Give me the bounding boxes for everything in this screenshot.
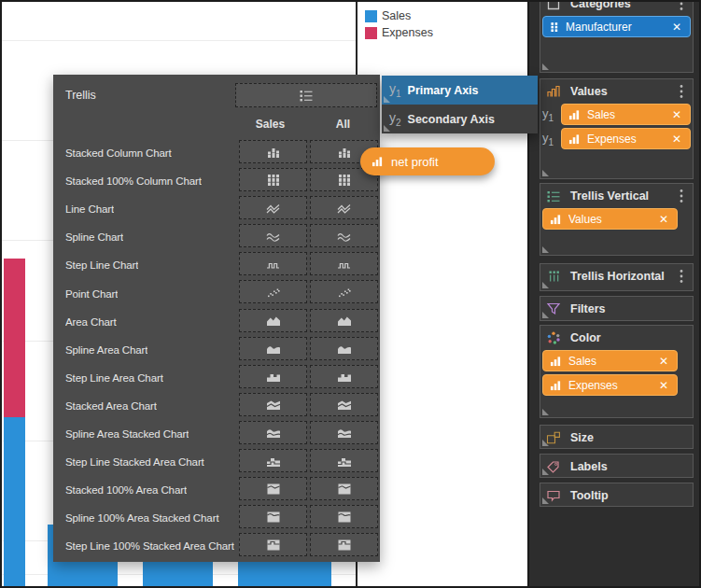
field-chip-sales[interactable]: Sales✕ <box>561 104 691 125</box>
section-trellis-vertical[interactable]: Trellis VerticalValues✕ <box>540 183 694 256</box>
chart-type-row-step-line-100-stacked-area-chart: Step Line 100% Stacked Area Chart <box>53 532 380 560</box>
close-icon[interactable]: ✕ <box>657 379 670 392</box>
stacked-100-area-icon <box>266 483 281 496</box>
field-wells-sidebar: CategoriesManufacturer✕Valuesy1Sales✕y1E… <box>527 2 699 586</box>
chart-type-cell-sales[interactable] <box>239 477 307 500</box>
chart-type-label: Step Line Stacked Area Chart <box>65 456 204 468</box>
close-icon[interactable]: ✕ <box>670 133 683 146</box>
chart-type-cell-all[interactable] <box>310 505 378 528</box>
field-chip-label: Sales <box>587 108 670 121</box>
section-values[interactable]: Valuesy1Sales✕y1Expenses✕ <box>540 78 694 179</box>
step-line-icon <box>266 258 281 271</box>
color-dots-icon <box>546 331 561 344</box>
y2-icon: y2 <box>389 110 401 128</box>
chart-type-cell-sales[interactable] <box>239 337 307 360</box>
legend-item-expenses: Expenses <box>365 26 433 39</box>
chart-type-row-spline-area-stacked-chart: Spline Area Stacked Chart <box>53 420 380 448</box>
chip-row: Manufacturer✕ <box>542 16 691 37</box>
kebab-icon <box>680 269 683 284</box>
menu-column-headers: Sales All <box>53 109 380 139</box>
trellis-label: Trellis <box>65 89 96 102</box>
section-title: Values <box>570 85 676 98</box>
field-chip-label: Expenses <box>587 133 670 146</box>
legend-swatch <box>365 10 377 22</box>
step-line-100-stacked-area-icon <box>266 539 281 552</box>
chart-type-cell-all[interactable] <box>310 365 378 388</box>
chart-type-row-stacked-100-column-chart: Stacked 100% Column Chart <box>53 167 380 195</box>
chart-type-cells <box>239 421 378 444</box>
section-menu-kebab-icon[interactable] <box>676 188 687 204</box>
chart-type-cell-all[interactable] <box>310 533 378 556</box>
section-menu-kebab-icon[interactable] <box>676 2 687 12</box>
chart-type-cell-sales[interactable] <box>239 393 307 416</box>
close-icon[interactable]: ✕ <box>670 21 683 34</box>
section-menu-kebab-icon[interactable] <box>676 83 687 100</box>
chart-type-cell-sales[interactable] <box>239 252 307 275</box>
size-icon <box>546 431 561 444</box>
chart-type-cell-sales[interactable] <box>239 224 307 247</box>
chart-type-cell-all[interactable] <box>310 252 378 275</box>
chart-type-cell-sales[interactable] <box>239 533 307 556</box>
close-icon[interactable]: ✕ <box>657 213 670 226</box>
category-icon <box>546 2 561 10</box>
spline-stacked-area-icon <box>266 426 281 439</box>
expenses-bar-segment <box>4 259 25 417</box>
chip-row: y1Expenses✕ <box>542 128 691 149</box>
section-title: Size <box>570 431 687 444</box>
field-chip-sales[interactable]: Sales✕ <box>542 350 678 371</box>
trellis-row: Trellis <box>53 81 380 109</box>
stacked-100-column-icon <box>337 174 352 187</box>
chart-type-cell-all[interactable] <box>310 393 378 416</box>
chart-type-cell-all[interactable] <box>310 421 378 444</box>
close-icon[interactable]: ✕ <box>657 355 670 368</box>
chart-type-cell-sales[interactable] <box>239 280 307 303</box>
area-icon <box>337 314 352 327</box>
section-categories[interactable]: CategoriesManufacturer✕ <box>540 2 694 73</box>
chart-type-cell-sales[interactable] <box>239 365 307 388</box>
field-chip-expenses[interactable]: Expenses✕ <box>542 374 678 396</box>
chart-type-cell-sales[interactable] <box>239 309 307 332</box>
chart-type-cell-sales[interactable] <box>239 168 307 191</box>
axis-option-secondary-axis[interactable]: y2Secondary Axis <box>382 105 538 133</box>
stacked-100-area-icon <box>337 483 352 496</box>
section-header: Trellis Horizontal <box>540 264 693 288</box>
chart-type-cell-all[interactable] <box>310 337 378 360</box>
chart-type-cell-sales[interactable] <box>239 421 307 444</box>
legend-label: Sales <box>382 9 411 22</box>
section-header: Filters <box>540 297 693 321</box>
chart-type-cell-sales[interactable] <box>239 140 307 163</box>
section-labels[interactable]: Labels <box>540 454 694 478</box>
chart-type-row-stacked-area-chart: Stacked Area Chart <box>53 392 380 420</box>
y1-icon: y1 <box>542 131 561 147</box>
chart-type-cell-sales[interactable] <box>239 449 307 472</box>
grid-icon <box>550 21 559 33</box>
field-chip-manufacturer[interactable]: Manufacturer✕ <box>542 16 691 37</box>
section-trellis-horizontal[interactable]: Trellis Horizontal <box>540 263 694 291</box>
section-filters[interactable]: Filters <box>540 296 694 321</box>
trellis-button[interactable] <box>235 83 377 107</box>
chart-type-cells <box>239 140 378 163</box>
trellis-vertical-icon <box>546 189 561 203</box>
chart-type-cell-all[interactable] <box>310 449 378 472</box>
bar-chart-icon <box>550 214 562 225</box>
chart-type-cell-all[interactable] <box>310 309 378 332</box>
field-chip-values[interactable]: Values✕ <box>542 208 678 230</box>
chart-type-cell-all[interactable] <box>310 280 378 303</box>
chart-type-cell-all[interactable] <box>310 224 378 247</box>
section-size[interactable]: Size <box>540 425 694 449</box>
spline-stacked-area-icon <box>337 426 352 439</box>
chart-type-cell-sales[interactable] <box>239 505 307 528</box>
close-icon[interactable]: ✕ <box>670 108 683 121</box>
section-menu-kebab-icon[interactable] <box>676 268 687 285</box>
net-profit-chip[interactable]: net profit <box>360 147 495 175</box>
axis-option-primary-axis[interactable]: y1Primary Axis <box>382 76 538 105</box>
chart-type-cell-all[interactable] <box>310 196 378 219</box>
chart-type-cells <box>239 224 378 247</box>
section-tooltip[interactable]: Tooltip <box>540 483 694 507</box>
chart-type-cell-all[interactable] <box>310 477 378 500</box>
field-chip-expenses[interactable]: Expenses✕ <box>561 128 691 149</box>
section-color[interactable]: ColorSales✕Expenses✕ <box>540 325 694 418</box>
chart-type-cell-sales[interactable] <box>239 196 307 219</box>
chart-type-cells <box>239 477 378 500</box>
chart-type-label: Step Line 100% Stacked Area Chart <box>65 540 234 552</box>
